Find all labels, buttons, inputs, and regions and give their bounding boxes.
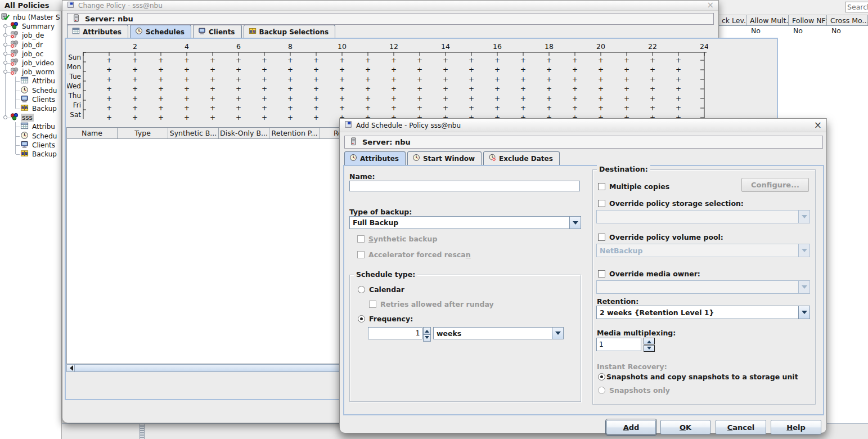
schedule-name-input[interactable] [349, 181, 580, 191]
add-schedule-tab-start-window[interactable]: Start Window [407, 151, 482, 165]
svg-text:+: + [546, 85, 552, 93]
tree-item-label: job_video [21, 59, 55, 67]
spinner-up-button[interactable] [423, 327, 431, 334]
scroll-left-button[interactable] [67, 365, 75, 371]
svg-text:+: + [106, 56, 112, 64]
change-policy-tab-backup-selections[interactable]: BBBackup Selections [244, 25, 336, 38]
spinner-up-button[interactable] [644, 338, 655, 344]
override-pool-value: NetBackup [597, 247, 798, 255]
schedule-column-3[interactable]: Disk-Only B... [219, 128, 269, 138]
tree-item-job-de[interactable]: job_de [10, 31, 45, 40]
calendar-radio[interactable] [358, 286, 365, 293]
tree-item-attribu[interactable]: Attribu [20, 122, 56, 131]
tree-expand-handle[interactable] [3, 61, 7, 65]
tree-item-job-video[interactable]: job_video [10, 59, 55, 68]
tree-expand-handle[interactable] [3, 24, 7, 28]
schedule-column-1[interactable]: Type [118, 128, 168, 138]
add-schedule-tab-attributes[interactable]: Attributes [344, 151, 406, 165]
chevron-down-icon[interactable] [798, 306, 809, 319]
tree-expand-handle[interactable] [3, 43, 7, 47]
add-schedule-tabs: AttributesStart WindowExclude Dates [344, 153, 560, 165]
multiplexing-value-input[interactable] [596, 338, 641, 351]
retries-checkbox[interactable] [369, 301, 376, 308]
svg-text:+: + [287, 75, 293, 83]
override-storage-checkbox[interactable] [598, 200, 605, 207]
tree-connector [16, 81, 20, 82]
tree-item-nbu-master-s[interactable]: nbu (Master S [1, 13, 61, 22]
column-header-0[interactable]: ck Lev... [718, 15, 746, 25]
svg-text:+: + [391, 104, 397, 112]
svg-text:+: + [287, 85, 293, 93]
tree-item-backup[interactable]: BBBackup [20, 104, 58, 113]
close-icon[interactable]: × [707, 1, 714, 10]
tree-item-backup[interactable]: BBBackup [20, 150, 58, 159]
schedule-column-0[interactable]: Name [67, 128, 118, 138]
tree-expand-handle[interactable] [3, 52, 7, 56]
column-header-3[interactable]: Cross Mo... [827, 15, 868, 25]
close-icon[interactable]: × [814, 120, 822, 130]
ir-snapshots-copy-radio[interactable] [598, 373, 605, 380]
override-pool-checkbox[interactable] [598, 234, 605, 241]
tree-item-job-oc[interactable]: job_oc [10, 50, 44, 59]
type-of-backup-select[interactable]: Full Backup [349, 216, 581, 229]
retention-select[interactable]: 2 weeks {Retention Level 1} [596, 306, 810, 319]
schedule-column-2[interactable]: Synthetic B... [168, 128, 219, 138]
tree-item-summary[interactable]: Summary [10, 22, 56, 31]
configure-button[interactable]: Configure... [741, 178, 809, 192]
svg-text:+: + [287, 66, 293, 74]
schedule-grid[interactable]: 24681012141618202224SunMonTueWedThuFriSa… [67, 40, 708, 122]
tree-item-attribu[interactable]: Attribu [20, 77, 56, 86]
chevron-down-icon[interactable] [552, 328, 563, 339]
arrow-up-icon [647, 338, 651, 343]
svg-text:+: + [236, 66, 241, 74]
svg-text:+: + [106, 85, 112, 93]
spinner-down-button[interactable] [423, 334, 431, 342]
add-schedule-tab-exclude-dates[interactable]: Exclude Dates [483, 151, 560, 165]
type-of-backup-value: Full Backup [350, 218, 569, 227]
column-header-2[interactable]: Follow NFS [789, 15, 827, 25]
add-schedule-titlebar[interactable]: Add Schedule - Policy sss@nbu × [340, 119, 826, 132]
change-policy-tab-clients[interactable]: Clients [193, 25, 242, 38]
svg-text:+: + [494, 56, 500, 64]
tree-item-clients[interactable]: Clients [20, 95, 56, 104]
multiple-copies-checkbox[interactable] [598, 183, 605, 190]
add-button[interactable]: Add [606, 420, 656, 434]
ir-snapshots-only-radio[interactable] [598, 387, 605, 394]
calendar-label: Calendar [369, 285, 404, 294]
ok-button[interactable]: OK [660, 420, 710, 434]
tree-expand-handle[interactable] [3, 115, 7, 119]
svg-text:+: + [520, 66, 526, 74]
svg-text:+: + [106, 104, 112, 112]
change-policy-titlebar[interactable]: Change Policy - sss@nbu × [62, 1, 718, 11]
override-owner-checkbox[interactable] [598, 270, 605, 277]
synthetic-backup-checkbox[interactable] [357, 235, 365, 243]
tree-item-schedu[interactable]: Schedu [20, 86, 58, 95]
tree-item-job-dr[interactable]: job_dr [10, 41, 44, 50]
cancel-button[interactable]: Cancel [716, 420, 766, 434]
tree-item-clients[interactable]: Clients [20, 141, 56, 150]
help-button[interactable]: Help [771, 420, 821, 434]
tree-expand-handle[interactable] [3, 33, 7, 37]
tree-expand-handle[interactable] [3, 70, 7, 74]
svg-text:+: + [184, 104, 190, 112]
frequency-radio[interactable] [358, 315, 365, 322]
splitter-handle[interactable] [140, 424, 145, 439]
search-input[interactable] [845, 2, 868, 12]
svg-text:+: + [158, 66, 164, 74]
frequency-value-input[interactable] [368, 327, 422, 339]
svg-text:+: + [676, 85, 681, 93]
tree-item-schedu[interactable]: Schedu [20, 132, 58, 141]
accelerator-checkbox[interactable] [357, 251, 365, 258]
chevron-down-icon[interactable] [569, 217, 581, 229]
change-policy-tab-attributes[interactable]: Attributes [67, 25, 128, 38]
frequency-unit-select[interactable]: weeks [433, 327, 564, 339]
schedule-column-4[interactable]: Retention P... [269, 128, 320, 138]
spinner-down-button[interactable] [644, 345, 655, 352]
cell-value: No [827, 26, 868, 35]
tree-item-sss[interactable]: sss [10, 113, 34, 122]
tree-item-job-worm[interactable]: job_worm [10, 68, 56, 77]
change-policy-tab-schedules[interactable]: Schedules [130, 25, 191, 38]
change-policy-title: Change Policy - sss@nbu [78, 2, 163, 10]
column-header-1[interactable]: Allow Mult... [746, 15, 789, 25]
svg-text:B: B [25, 105, 28, 110]
